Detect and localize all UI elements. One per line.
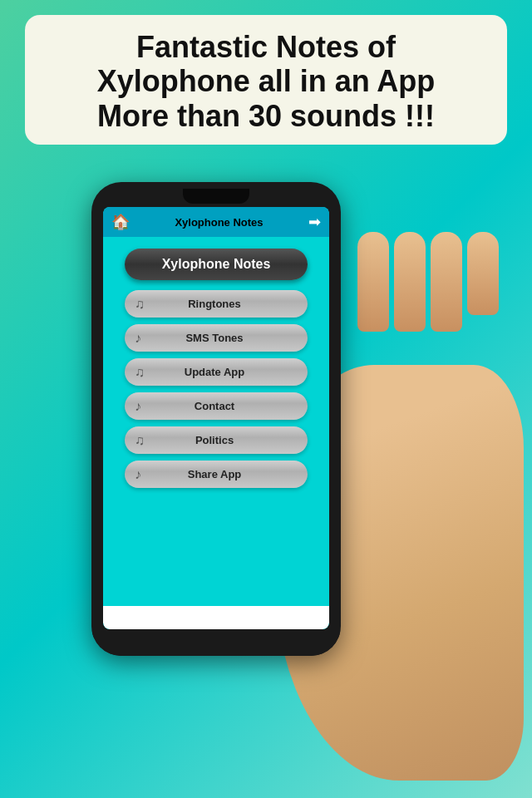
menu-item-contact[interactable]: ♪ Contact bbox=[125, 392, 308, 420]
phone-bottom bbox=[91, 633, 341, 656]
phone-mockup: 🏠 Xylophone Notes ➡ Xylophone Notes ♫ Ri… bbox=[58, 157, 474, 756]
menu-label-update: Update App bbox=[185, 366, 244, 378]
banner-text: Fantastic Notes of Xylophone all in an A… bbox=[45, 30, 487, 133]
phone-screen: 🏠 Xylophone Notes ➡ Xylophone Notes ♫ Ri… bbox=[103, 207, 329, 629]
phone-body: 🏠 Xylophone Notes ➡ Xylophone Notes ♫ Ri… bbox=[91, 182, 341, 656]
menu-item-politics[interactable]: ♫ Politics bbox=[125, 426, 308, 454]
menu-label-politics: Politics bbox=[195, 434, 234, 446]
menu-label-contact: Contact bbox=[195, 400, 234, 412]
menu-item-sms-tones[interactable]: ♪ SMS Tones bbox=[125, 324, 308, 352]
music-icon-sms: ♪ bbox=[135, 331, 141, 346]
music-icon-contact: ♪ bbox=[135, 399, 141, 414]
menu-item-update-app[interactable]: ♫ Update App bbox=[125, 358, 308, 386]
app-title: Xylophone Notes bbox=[175, 216, 263, 229]
music-icon-politics: ♫ bbox=[135, 433, 145, 448]
exit-icon[interactable]: ➡ bbox=[308, 213, 321, 231]
music-icon-update: ♫ bbox=[135, 365, 145, 380]
app-header: 🏠 Xylophone Notes ➡ bbox=[103, 207, 329, 237]
music-icon-ringtones: ♫ bbox=[135, 297, 145, 312]
phone-notch bbox=[183, 189, 249, 204]
app-content: Xylophone Notes ♫ Ringtones ♪ SMS Tones … bbox=[103, 237, 329, 606]
menu-item-ringtones[interactable]: ♫ Ringtones bbox=[125, 290, 308, 318]
screen-bottom-bar bbox=[103, 606, 329, 629]
menu-item-share-app[interactable]: ♪ Share App bbox=[125, 461, 308, 488]
main-title-button[interactable]: Xylophone Notes bbox=[125, 249, 308, 280]
menu-label-share: Share App bbox=[188, 468, 242, 480]
home-icon[interactable]: 🏠 bbox=[111, 213, 130, 231]
promo-banner: Fantastic Notes of Xylophone all in an A… bbox=[25, 15, 507, 145]
menu-label-sms: SMS Tones bbox=[185, 332, 243, 344]
music-icon-share: ♪ bbox=[135, 467, 141, 482]
menu-label-ringtones: Ringtones bbox=[188, 298, 241, 310]
